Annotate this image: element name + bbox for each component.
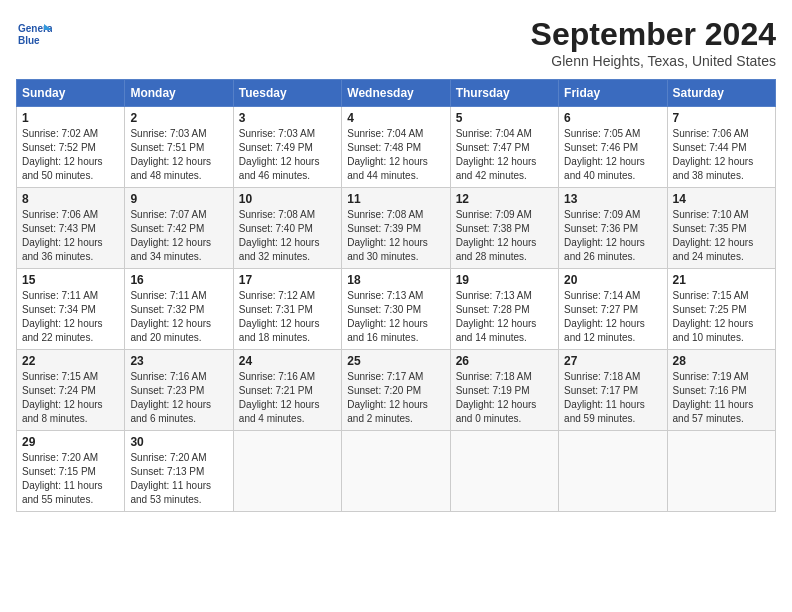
day-cell: 1Sunrise: 7:02 AM Sunset: 7:52 PM Daylig… — [17, 107, 125, 188]
day-number: 16 — [130, 273, 227, 287]
day-number: 23 — [130, 354, 227, 368]
day-cell: 17Sunrise: 7:12 AM Sunset: 7:31 PM Dayli… — [233, 269, 341, 350]
day-cell: 16Sunrise: 7:11 AM Sunset: 7:32 PM Dayli… — [125, 269, 233, 350]
week-row-3: 15Sunrise: 7:11 AM Sunset: 7:34 PM Dayli… — [17, 269, 776, 350]
day-cell — [559, 431, 667, 512]
col-header-thursday: Thursday — [450, 80, 558, 107]
day-info: Sunrise: 7:11 AM Sunset: 7:32 PM Dayligh… — [130, 289, 227, 345]
day-number: 6 — [564, 111, 661, 125]
day-info: Sunrise: 7:18 AM Sunset: 7:19 PM Dayligh… — [456, 370, 553, 426]
day-info: Sunrise: 7:04 AM Sunset: 7:47 PM Dayligh… — [456, 127, 553, 183]
month-title: September 2024 — [531, 16, 776, 53]
day-info: Sunrise: 7:19 AM Sunset: 7:16 PM Dayligh… — [673, 370, 770, 426]
day-info: Sunrise: 7:07 AM Sunset: 7:42 PM Dayligh… — [130, 208, 227, 264]
day-number: 30 — [130, 435, 227, 449]
day-cell: 23Sunrise: 7:16 AM Sunset: 7:23 PM Dayli… — [125, 350, 233, 431]
day-number: 19 — [456, 273, 553, 287]
svg-rect-0 — [16, 16, 52, 52]
col-header-friday: Friday — [559, 80, 667, 107]
svg-text:Blue: Blue — [18, 35, 40, 46]
logo-icon: General Blue — [16, 16, 52, 52]
day-cell: 25Sunrise: 7:17 AM Sunset: 7:20 PM Dayli… — [342, 350, 450, 431]
day-number: 17 — [239, 273, 336, 287]
day-info: Sunrise: 7:14 AM Sunset: 7:27 PM Dayligh… — [564, 289, 661, 345]
day-number: 20 — [564, 273, 661, 287]
day-info: Sunrise: 7:08 AM Sunset: 7:40 PM Dayligh… — [239, 208, 336, 264]
day-info: Sunrise: 7:17 AM Sunset: 7:20 PM Dayligh… — [347, 370, 444, 426]
week-row-1: 1Sunrise: 7:02 AM Sunset: 7:52 PM Daylig… — [17, 107, 776, 188]
col-header-wednesday: Wednesday — [342, 80, 450, 107]
day-info: Sunrise: 7:05 AM Sunset: 7:46 PM Dayligh… — [564, 127, 661, 183]
col-header-saturday: Saturday — [667, 80, 775, 107]
day-info: Sunrise: 7:08 AM Sunset: 7:39 PM Dayligh… — [347, 208, 444, 264]
day-number: 1 — [22, 111, 119, 125]
day-number: 8 — [22, 192, 119, 206]
day-info: Sunrise: 7:09 AM Sunset: 7:36 PM Dayligh… — [564, 208, 661, 264]
day-number: 14 — [673, 192, 770, 206]
day-number: 28 — [673, 354, 770, 368]
day-info: Sunrise: 7:04 AM Sunset: 7:48 PM Dayligh… — [347, 127, 444, 183]
day-number: 27 — [564, 354, 661, 368]
day-info: Sunrise: 7:20 AM Sunset: 7:15 PM Dayligh… — [22, 451, 119, 507]
day-info: Sunrise: 7:06 AM Sunset: 7:44 PM Dayligh… — [673, 127, 770, 183]
day-info: Sunrise: 7:12 AM Sunset: 7:31 PM Dayligh… — [239, 289, 336, 345]
day-number: 10 — [239, 192, 336, 206]
calendar: SundayMondayTuesdayWednesdayThursdayFrid… — [16, 79, 776, 512]
title-area: September 2024 Glenn Heights, Texas, Uni… — [531, 16, 776, 69]
day-number: 2 — [130, 111, 227, 125]
day-number: 11 — [347, 192, 444, 206]
calendar-header-row: SundayMondayTuesdayWednesdayThursdayFrid… — [17, 80, 776, 107]
day-number: 13 — [564, 192, 661, 206]
day-cell: 12Sunrise: 7:09 AM Sunset: 7:38 PM Dayli… — [450, 188, 558, 269]
day-info: Sunrise: 7:09 AM Sunset: 7:38 PM Dayligh… — [456, 208, 553, 264]
day-number: 3 — [239, 111, 336, 125]
day-cell: 11Sunrise: 7:08 AM Sunset: 7:39 PM Dayli… — [342, 188, 450, 269]
day-number: 25 — [347, 354, 444, 368]
day-cell: 6Sunrise: 7:05 AM Sunset: 7:46 PM Daylig… — [559, 107, 667, 188]
day-info: Sunrise: 7:15 AM Sunset: 7:25 PM Dayligh… — [673, 289, 770, 345]
day-cell: 18Sunrise: 7:13 AM Sunset: 7:30 PM Dayli… — [342, 269, 450, 350]
day-cell: 5Sunrise: 7:04 AM Sunset: 7:47 PM Daylig… — [450, 107, 558, 188]
day-cell — [342, 431, 450, 512]
day-number: 4 — [347, 111, 444, 125]
day-info: Sunrise: 7:13 AM Sunset: 7:28 PM Dayligh… — [456, 289, 553, 345]
week-row-4: 22Sunrise: 7:15 AM Sunset: 7:24 PM Dayli… — [17, 350, 776, 431]
day-cell — [450, 431, 558, 512]
location: Glenn Heights, Texas, United States — [531, 53, 776, 69]
day-cell: 9Sunrise: 7:07 AM Sunset: 7:42 PM Daylig… — [125, 188, 233, 269]
day-number: 5 — [456, 111, 553, 125]
day-number: 18 — [347, 273, 444, 287]
day-info: Sunrise: 7:03 AM Sunset: 7:51 PM Dayligh… — [130, 127, 227, 183]
day-cell: 8Sunrise: 7:06 AM Sunset: 7:43 PM Daylig… — [17, 188, 125, 269]
week-row-5: 29Sunrise: 7:20 AM Sunset: 7:15 PM Dayli… — [17, 431, 776, 512]
day-cell: 2Sunrise: 7:03 AM Sunset: 7:51 PM Daylig… — [125, 107, 233, 188]
day-cell: 4Sunrise: 7:04 AM Sunset: 7:48 PM Daylig… — [342, 107, 450, 188]
day-info: Sunrise: 7:16 AM Sunset: 7:21 PM Dayligh… — [239, 370, 336, 426]
day-number: 29 — [22, 435, 119, 449]
day-cell: 7Sunrise: 7:06 AM Sunset: 7:44 PM Daylig… — [667, 107, 775, 188]
day-cell: 15Sunrise: 7:11 AM Sunset: 7:34 PM Dayli… — [17, 269, 125, 350]
day-info: Sunrise: 7:11 AM Sunset: 7:34 PM Dayligh… — [22, 289, 119, 345]
day-cell — [667, 431, 775, 512]
day-cell: 30Sunrise: 7:20 AM Sunset: 7:13 PM Dayli… — [125, 431, 233, 512]
week-row-2: 8Sunrise: 7:06 AM Sunset: 7:43 PM Daylig… — [17, 188, 776, 269]
col-header-monday: Monday — [125, 80, 233, 107]
day-number: 24 — [239, 354, 336, 368]
col-header-sunday: Sunday — [17, 80, 125, 107]
day-cell: 29Sunrise: 7:20 AM Sunset: 7:15 PM Dayli… — [17, 431, 125, 512]
day-cell: 3Sunrise: 7:03 AM Sunset: 7:49 PM Daylig… — [233, 107, 341, 188]
day-number: 9 — [130, 192, 227, 206]
logo: General Blue — [16, 16, 52, 52]
day-cell: 27Sunrise: 7:18 AM Sunset: 7:17 PM Dayli… — [559, 350, 667, 431]
day-cell: 26Sunrise: 7:18 AM Sunset: 7:19 PM Dayli… — [450, 350, 558, 431]
day-info: Sunrise: 7:03 AM Sunset: 7:49 PM Dayligh… — [239, 127, 336, 183]
col-header-tuesday: Tuesday — [233, 80, 341, 107]
day-cell: 28Sunrise: 7:19 AM Sunset: 7:16 PM Dayli… — [667, 350, 775, 431]
day-number: 26 — [456, 354, 553, 368]
day-info: Sunrise: 7:15 AM Sunset: 7:24 PM Dayligh… — [22, 370, 119, 426]
day-cell: 22Sunrise: 7:15 AM Sunset: 7:24 PM Dayli… — [17, 350, 125, 431]
day-info: Sunrise: 7:20 AM Sunset: 7:13 PM Dayligh… — [130, 451, 227, 507]
day-number: 22 — [22, 354, 119, 368]
day-info: Sunrise: 7:13 AM Sunset: 7:30 PM Dayligh… — [347, 289, 444, 345]
day-info: Sunrise: 7:02 AM Sunset: 7:52 PM Dayligh… — [22, 127, 119, 183]
